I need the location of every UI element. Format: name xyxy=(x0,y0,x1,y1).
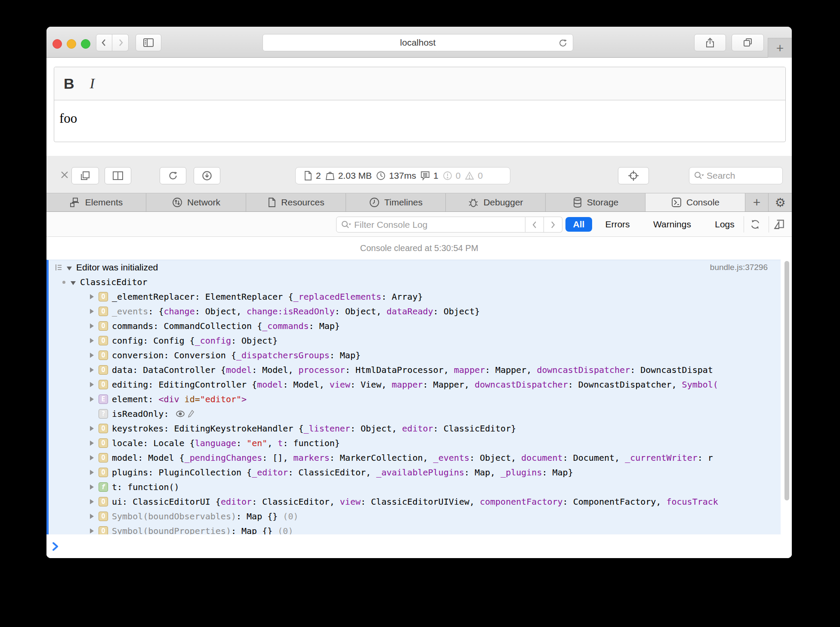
tab-debugger[interactable]: Debugger xyxy=(446,193,546,211)
console-output: Console cleared at 5:30:54 PM Editor was… xyxy=(46,237,792,558)
console-tree-row[interactable]: OSymbol(boundObservables): Map {} (0) xyxy=(49,509,781,524)
expand-caret[interactable] xyxy=(90,323,94,329)
console-tree-row[interactable]: Odata: DataController {model: Model, pro… xyxy=(49,363,781,377)
tab-timelines[interactable]: Timelines xyxy=(346,193,446,211)
token-k: t xyxy=(112,482,117,492)
console-tree-row[interactable]: O_events: {change: Object, change:isRead… xyxy=(49,304,781,319)
reload-page-button[interactable] xyxy=(160,167,186,184)
transfer-size-stat[interactable]: 2.03 MB xyxy=(325,171,372,181)
resource-count-stat[interactable]: 2 xyxy=(303,171,321,181)
expand-caret[interactable] xyxy=(90,484,94,490)
object-type-icon: O xyxy=(99,438,108,448)
expand-caret[interactable] xyxy=(90,382,94,387)
scope-warnings-button[interactable]: Warnings xyxy=(651,217,694,232)
object-root-row[interactable]: ClassicEditor xyxy=(49,275,781,289)
scope-logs-button[interactable]: Logs xyxy=(713,217,737,232)
split-console-button[interactable] xyxy=(772,217,787,231)
sidebar-button[interactable] xyxy=(136,34,161,51)
element-picker-button[interactable] xyxy=(618,167,649,184)
console-tree-row[interactable]: Olocale: Locale {language: "en", t: func… xyxy=(49,436,781,450)
console-tree-row[interactable]: OSymbol(boundProperties): Map {} (0) xyxy=(49,524,781,534)
warning-count-stat[interactable]: 0 xyxy=(464,171,483,181)
error-count-stat[interactable]: 0 xyxy=(442,171,461,181)
expand-caret[interactable] xyxy=(90,353,94,358)
expand-caret[interactable] xyxy=(90,367,94,372)
previous-result-button[interactable] xyxy=(525,217,544,233)
zoom-window-button[interactable] xyxy=(81,39,90,49)
chevron-left-icon xyxy=(531,220,538,229)
expand-caret[interactable] xyxy=(90,514,94,519)
dock-side-button[interactable] xyxy=(105,167,131,184)
reload-button[interactable] xyxy=(557,37,568,51)
source-link[interactable]: bundle.js:37296 xyxy=(710,263,768,272)
inspector-search-input[interactable]: Search xyxy=(689,167,783,184)
tab-elements[interactable]: Elements xyxy=(46,193,146,211)
console-tree-row[interactable]: Ocommands: CommandCollection {_commands:… xyxy=(49,319,781,333)
scope-all-button[interactable]: All xyxy=(565,217,592,232)
minimize-window-button[interactable] xyxy=(67,39,76,49)
editor-content[interactable]: foo xyxy=(54,100,785,137)
tab-console[interactable]: Console xyxy=(645,193,745,211)
console-tree-row[interactable]: Okeystrokes: EditingKeystrokeHandler {_l… xyxy=(49,421,781,436)
address-bar[interactable]: localhost xyxy=(262,34,573,51)
console-tree-row[interactable]: Oplugins: PluginCollection {_editor: Cla… xyxy=(49,465,781,480)
title-bar: localhost + xyxy=(46,27,792,58)
console-tree-row[interactable]: O_elementReplacer: ElementReplacer {_rep… xyxy=(49,289,781,304)
next-result-button[interactable] xyxy=(544,217,562,233)
bold-button[interactable]: B xyxy=(64,75,74,92)
console-message-stat[interactable]: 1 xyxy=(420,171,439,181)
expand-caret[interactable] xyxy=(90,426,94,431)
reload-icon xyxy=(557,37,568,49)
add-tab-button[interactable]: + xyxy=(745,193,769,211)
expand-caret[interactable] xyxy=(90,294,94,299)
expand-caret[interactable] xyxy=(90,455,94,460)
tab-resources[interactable]: Resources xyxy=(246,193,346,211)
console-tree-row[interactable]: Oediting: EditingController {model: Mode… xyxy=(49,377,781,392)
download-page-button[interactable] xyxy=(194,167,220,184)
console-scrollbar-thumb[interactable] xyxy=(784,261,789,500)
console-tree-row[interactable]: Oui: ClassicEditorUI {editor: ClassicEdi… xyxy=(49,494,781,509)
console-tree-row[interactable]: Oconversion: Conversion {_dispatchersGro… xyxy=(49,348,781,363)
expand-caret[interactable] xyxy=(90,470,94,475)
object-type-icon: O xyxy=(99,512,108,521)
console-prompt[interactable] xyxy=(46,534,792,558)
expand-caret[interactable] xyxy=(90,397,94,402)
close-window-button[interactable] xyxy=(52,39,62,49)
token-p: _currentWriter xyxy=(625,453,698,463)
expand-caret[interactable] xyxy=(90,338,94,343)
share-button[interactable] xyxy=(694,34,726,51)
token-t: : Object} xyxy=(433,306,480,317)
expand-caret[interactable] xyxy=(90,441,94,446)
italic-button[interactable]: I xyxy=(90,75,95,92)
console-tree-row[interactable]: ft: function() xyxy=(49,480,781,494)
load-time-stat[interactable]: 137ms xyxy=(376,171,416,181)
expand-caret[interactable] xyxy=(90,528,94,534)
inspector-settings-button[interactable]: ⚙ xyxy=(769,193,792,211)
detach-inspector-button[interactable] xyxy=(71,167,99,184)
token-p: _editor xyxy=(252,467,288,478)
token-t: : Object} xyxy=(231,335,278,346)
pen-icon[interactable] xyxy=(188,410,195,418)
console-tree-row[interactable]: Eelement: <div id="editor"> xyxy=(49,392,781,407)
scope-errors-button[interactable]: Errors xyxy=(602,217,633,232)
object-type-icon: O xyxy=(99,307,108,316)
forward-button[interactable] xyxy=(112,34,129,51)
close-inspector-button[interactable] xyxy=(57,166,72,183)
console-tree-row[interactable]: Oconfig: Config {_config: Object} xyxy=(49,333,781,348)
show-tabs-button[interactable] xyxy=(732,34,764,51)
expand-caret[interactable] xyxy=(90,499,94,504)
log-message-row[interactable]: Editor was initialized bundle.js:37296 xyxy=(49,260,781,275)
new-tab-button[interactable]: + xyxy=(768,38,792,58)
tab-network[interactable]: Network xyxy=(146,193,246,211)
back-button[interactable] xyxy=(96,34,112,51)
eye-icon[interactable] xyxy=(176,410,185,417)
console-tree-row[interactable]: ?isReadOnly: xyxy=(49,407,781,421)
token-t: : ClassicEditorUI { xyxy=(122,497,221,507)
tab-storage[interactable]: Storage xyxy=(546,193,645,211)
collapse-caret[interactable] xyxy=(67,267,72,270)
console-filter-input[interactable]: Filter Console Log xyxy=(336,217,525,233)
clear-console-button[interactable] xyxy=(748,217,763,231)
expand-caret[interactable] xyxy=(90,309,94,314)
console-tree-row[interactable]: Omodel: Model {_pendingChanges: [], mark… xyxy=(49,450,781,465)
collapse-caret[interactable] xyxy=(71,281,76,285)
